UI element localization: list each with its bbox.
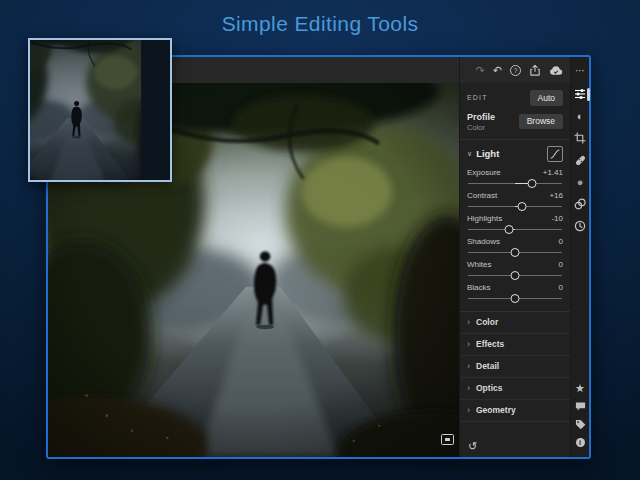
slider-track[interactable] <box>467 201 563 212</box>
chevron-right-icon: › <box>467 406 470 415</box>
light-section-header[interactable]: ∨ Light <box>460 140 570 165</box>
tool-rail: ⋯ ◐ ● ★ i <box>570 57 589 457</box>
page-title: Simple Editing Tools <box>0 12 640 36</box>
slider-label: Whites <box>467 260 491 269</box>
edit-label: EDIT <box>467 94 488 101</box>
slider-knob[interactable] <box>511 248 520 257</box>
cloud-sync-icon[interactable] <box>549 65 563 76</box>
profile-label: Profile <box>467 112 495 122</box>
light-section-label: Light <box>476 148 499 159</box>
more-icon[interactable]: ⋯ <box>575 57 585 83</box>
profile-value: Color <box>467 123 495 132</box>
info-icon[interactable]: i <box>576 433 585 451</box>
section-label: Effects <box>476 339 504 349</box>
edit-panel: ↷ ↶ ? EDIT Auto Profile Color Browse ∨ L… <box>459 57 570 457</box>
versions-icon[interactable] <box>574 215 586 237</box>
slider-label: Shadows <box>467 237 500 246</box>
slider-value: -10 <box>551 214 563 223</box>
slider-knob[interactable] <box>505 225 514 234</box>
toolbar: ↷ ↶ ? <box>460 57 570 83</box>
chevron-right-icon: › <box>467 340 470 349</box>
chevron-right-icon: › <box>467 384 470 393</box>
tag-icon[interactable] <box>575 415 586 433</box>
rail-bottom-group: ★ i <box>575 379 586 457</box>
before-thumbnail <box>28 38 172 182</box>
panel-bottom: ↺ <box>460 437 570 457</box>
panel-section-detail[interactable]: ›Detail <box>460 356 570 378</box>
profile-row: Profile Color Browse <box>460 109 570 140</box>
tone-curve-button[interactable] <box>547 146 563 162</box>
photo-badge-icon[interactable] <box>441 434 454 445</box>
star-icon[interactable]: ★ <box>575 379 585 397</box>
slider-track[interactable] <box>467 247 563 258</box>
section-label: Color <box>476 317 498 327</box>
section-label: Optics <box>476 383 502 393</box>
slider-knob[interactable] <box>511 271 520 280</box>
slider-value: 0 <box>559 283 563 292</box>
section-list: ›Color›Effects›Detail›Optics›Geometry <box>460 311 570 422</box>
presets-icon[interactable] <box>574 193 586 215</box>
slider-label: Exposure <box>467 168 501 177</box>
comment-icon[interactable] <box>575 397 586 415</box>
panel-section-color[interactable]: ›Color <box>460 312 570 334</box>
chevron-down-icon: ∨ <box>467 150 472 158</box>
slider-row: Whites0 <box>460 258 570 281</box>
auto-button[interactable]: Auto <box>530 90 564 106</box>
browse-button[interactable]: Browse <box>519 114 563 130</box>
share-icon[interactable] <box>529 64 541 77</box>
edit-sliders-icon[interactable] <box>574 83 586 105</box>
masking-icon[interactable]: ● <box>577 171 584 193</box>
panel-section-optics[interactable]: ›Optics <box>460 378 570 400</box>
slider-label: Contrast <box>467 191 497 200</box>
healing-icon[interactable] <box>574 149 587 171</box>
slider-list: Exposure+1.41Contrast+16Highlights-10Sha… <box>460 165 570 308</box>
slider-value: +1.41 <box>543 168 563 177</box>
chevron-right-icon: › <box>467 318 470 327</box>
redo-icon[interactable]: ↷ <box>476 65 485 76</box>
undo-icon[interactable]: ↶ <box>493 65 502 76</box>
help-icon[interactable]: ? <box>510 65 521 76</box>
slider-label: Highlights <box>467 214 502 223</box>
slider-track[interactable] <box>467 224 563 235</box>
slider-track[interactable] <box>467 178 563 189</box>
profiles-icon[interactable]: ◐ <box>577 105 584 127</box>
slider-knob[interactable] <box>511 294 520 303</box>
chevron-right-icon: › <box>467 362 470 371</box>
slider-row: Shadows0 <box>460 235 570 258</box>
slider-label: Blacks <box>467 283 491 292</box>
slider-value: 0 <box>559 260 563 269</box>
crop-icon[interactable] <box>574 127 586 149</box>
slider-row: Contrast+16 <box>460 189 570 212</box>
edit-header: EDIT Auto <box>460 83 570 109</box>
slider-knob[interactable] <box>528 179 537 188</box>
slider-track[interactable] <box>467 293 563 304</box>
panel-section-geometry[interactable]: ›Geometry <box>460 400 570 422</box>
section-label: Detail <box>476 361 499 371</box>
slider-row: Highlights-10 <box>460 212 570 235</box>
slider-value: 0 <box>559 237 563 246</box>
slider-row: Blacks0 <box>460 281 570 304</box>
panel-section-effects[interactable]: ›Effects <box>460 334 570 356</box>
reset-icon[interactable]: ↺ <box>468 441 477 452</box>
thumbnail-shade <box>30 40 170 180</box>
section-label: Geometry <box>476 405 516 415</box>
slider-knob[interactable] <box>517 202 526 211</box>
slider-value: +16 <box>549 191 563 200</box>
scroll-indicator <box>587 88 590 101</box>
slider-row: Exposure+1.41 <box>460 166 570 189</box>
slider-track[interactable] <box>467 270 563 281</box>
